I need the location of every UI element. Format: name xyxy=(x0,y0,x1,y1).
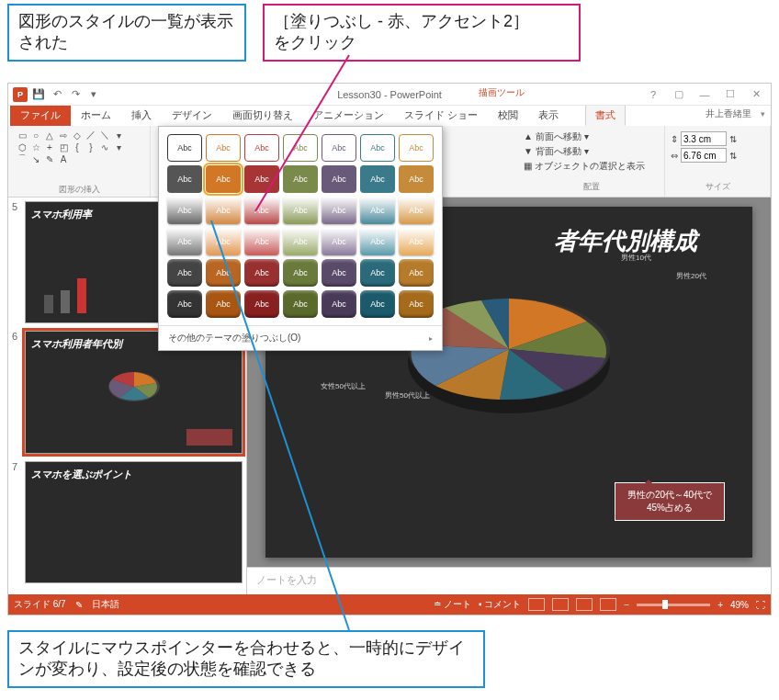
status-comments-button[interactable]: ▪ コメント xyxy=(479,598,521,611)
width-spinner-icon[interactable]: ⇅ xyxy=(729,151,737,161)
shapes-gallery[interactable]: ▭ ○ △ ⇨ ◇ ／ ＼ ▾ ⬡ ☆ + ◰ { } ∿ ▾ ⌒ ↘ ✎ A xyxy=(14,128,144,166)
app-icon[interactable]: P xyxy=(12,86,28,103)
shape-line-icon[interactable]: ／ xyxy=(85,130,97,141)
tab-view[interactable]: 表示 xyxy=(528,105,569,126)
status-notes-button[interactable]: ≐ ノート xyxy=(434,598,471,611)
height-input[interactable] xyxy=(681,131,727,146)
style-swatch-r3-c4[interactable]: Abc xyxy=(322,228,356,255)
style-swatch-r0-c4[interactable]: Abc xyxy=(322,134,356,162)
style-swatch-r1-c0[interactable]: Abc xyxy=(167,165,202,193)
minimize-icon[interactable]: — xyxy=(694,86,716,103)
style-swatch-r2-c1[interactable]: Abc xyxy=(206,197,241,224)
style-swatch-r4-c3[interactable]: Abc xyxy=(283,259,318,287)
shape-diamond-icon[interactable]: ◇ xyxy=(71,130,84,141)
help-icon[interactable]: ? xyxy=(642,86,664,103)
style-swatch-r0-c6[interactable]: Abc xyxy=(399,134,434,162)
spellcheck-icon[interactable]: ✎ xyxy=(75,600,83,610)
notes-pane[interactable]: ノートを入力 xyxy=(247,567,771,594)
shape-text-icon[interactable]: A xyxy=(57,153,70,164)
shape-callout-icon[interactable]: ◰ xyxy=(57,141,70,152)
user-dropdown-icon[interactable]: ▾ xyxy=(761,109,765,119)
tab-home[interactable]: ホーム xyxy=(71,105,121,126)
save-icon[interactable]: 💾 xyxy=(30,86,47,103)
style-swatch-r5-c4[interactable]: Abc xyxy=(322,290,356,318)
style-swatch-r3-c6[interactable]: Abc xyxy=(399,228,434,255)
shape-circle-icon[interactable]: ○ xyxy=(29,130,42,141)
style-swatch-r5-c3[interactable]: Abc xyxy=(283,290,318,318)
style-swatch-r5-c0[interactable]: Abc xyxy=(167,290,202,318)
slide-callout-shape[interactable]: 男性の20代～40代で45%占める xyxy=(615,482,725,521)
style-swatch-r0-c5[interactable]: Abc xyxy=(360,134,395,162)
more-theme-fills-button[interactable]: その他のテーマの塗りつぶし(O) xyxy=(159,325,442,350)
fit-to-window-icon[interactable]: ⛶ xyxy=(756,600,765,610)
tab-review[interactable]: 校閲 xyxy=(488,105,528,126)
shape-conn-icon[interactable]: ↘ xyxy=(29,153,42,164)
tab-insert[interactable]: 挿入 xyxy=(121,105,162,126)
style-swatch-r0-c0[interactable]: Abc xyxy=(167,134,202,162)
shape-plus-icon[interactable]: + xyxy=(43,141,56,152)
zoom-slider[interactable] xyxy=(637,604,710,606)
shape-rect-icon[interactable]: ▭ xyxy=(16,130,28,141)
shape-hex-icon[interactable]: ⬡ xyxy=(16,141,28,152)
style-swatch-r1-c4[interactable]: Abc xyxy=(322,165,356,193)
style-swatch-r2-c2[interactable]: Abc xyxy=(244,197,279,224)
tab-file[interactable]: ファイル xyxy=(10,105,71,126)
style-swatch-r4-c2[interactable]: Abc xyxy=(244,259,279,287)
style-swatch-r1-c3[interactable]: Abc xyxy=(283,165,318,193)
style-swatch-r1-c5[interactable]: Abc xyxy=(360,165,395,193)
style-swatch-r3-c2[interactable]: Abc xyxy=(244,228,279,255)
style-swatch-r4-c5[interactable]: Abc xyxy=(360,259,395,287)
shape-arrow-icon[interactable]: ⇨ xyxy=(57,130,70,141)
view-sorter-icon[interactable] xyxy=(552,598,569,611)
style-swatch-r1-c6[interactable]: Abc xyxy=(399,165,434,193)
shape-more2-icon[interactable]: ▾ xyxy=(112,141,125,152)
style-swatch-r4-c4[interactable]: Abc xyxy=(322,259,356,287)
zoom-in-icon[interactable]: + xyxy=(717,600,723,610)
style-swatch-r4-c6[interactable]: Abc xyxy=(399,259,434,287)
maximize-icon[interactable]: ☐ xyxy=(719,86,741,103)
shape-freeform-icon[interactable]: ✎ xyxy=(43,153,56,164)
shape-arc-icon[interactable]: ⌒ xyxy=(16,153,28,164)
shape-curve-icon[interactable]: ∿ xyxy=(98,141,111,152)
style-swatch-r2-c4[interactable]: Abc xyxy=(322,197,356,224)
style-swatch-r2-c3[interactable]: Abc xyxy=(283,197,318,224)
zoom-out-icon[interactable]: − xyxy=(624,600,629,610)
undo-icon[interactable]: ↶ xyxy=(49,86,65,103)
shape-brace-icon[interactable]: { xyxy=(71,141,84,152)
shape-line2-icon[interactable]: ＼ xyxy=(98,130,111,141)
style-swatch-r2-c0[interactable]: Abc xyxy=(167,197,202,224)
status-slide-indicator[interactable]: スライド 6/7 xyxy=(14,598,66,611)
status-language[interactable]: 日本語 xyxy=(92,598,119,611)
style-swatch-r2-c5[interactable]: Abc xyxy=(360,197,395,224)
width-input[interactable] xyxy=(681,148,727,163)
shape-more1-icon[interactable]: ▾ xyxy=(112,130,125,141)
selection-pane-button[interactable]: ▦ オブジェクトの選択と表示 xyxy=(524,159,659,174)
style-swatch-r0-c3[interactable]: Abc xyxy=(283,134,318,162)
style-swatch-r2-c6[interactable]: Abc xyxy=(399,197,434,224)
height-spinner-icon[interactable]: ⇅ xyxy=(729,134,737,144)
view-reading-icon[interactable] xyxy=(576,598,593,611)
close-icon[interactable]: ✕ xyxy=(745,86,767,103)
style-swatch-r5-c2[interactable]: Abc xyxy=(244,290,279,318)
tab-animations[interactable]: アニメーション xyxy=(303,105,394,126)
tab-format[interactable]: 書式 xyxy=(585,105,626,126)
style-swatch-r0-c1[interactable]: Abc xyxy=(206,134,241,162)
shape-brace2-icon[interactable]: } xyxy=(85,141,97,152)
style-swatch-r1-c2[interactable]: Abc xyxy=(244,165,279,193)
style-swatch-r0-c2[interactable]: Abc xyxy=(244,134,279,162)
ribbon-display-icon[interactable]: ▢ xyxy=(668,86,690,103)
send-backward-button[interactable]: ▼ 背面へ移動 ▾ xyxy=(524,144,659,159)
style-swatch-r1-c1[interactable]: Abc xyxy=(206,165,241,193)
slide-thumbnail-7[interactable]: 7 スマホを選ぶポイント xyxy=(12,461,243,583)
style-swatch-r3-c0[interactable]: Abc xyxy=(167,228,202,255)
redo-icon[interactable]: ↷ xyxy=(67,86,84,103)
style-swatch-r5-c1[interactable]: Abc xyxy=(206,290,241,318)
bring-forward-button[interactable]: ▲ 前面へ移動 ▾ xyxy=(524,130,659,144)
tab-slideshow[interactable]: スライド ショー xyxy=(394,105,488,126)
tab-design[interactable]: デザイン xyxy=(162,105,222,126)
shape-triangle-icon[interactable]: △ xyxy=(43,130,56,141)
style-swatch-r5-c6[interactable]: Abc xyxy=(399,290,434,318)
shape-star-icon[interactable]: ☆ xyxy=(29,141,42,152)
view-normal-icon[interactable] xyxy=(528,598,545,611)
style-swatch-r4-c1[interactable]: Abc xyxy=(206,259,241,287)
